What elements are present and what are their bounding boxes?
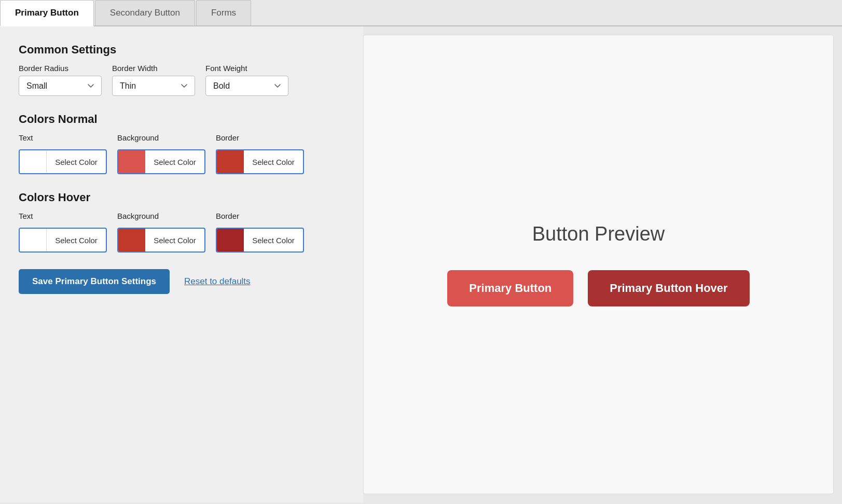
dropdowns-row: Border Radius Small Medium Large None Bo… — [19, 64, 344, 96]
normal-border-select-label: Select Color — [244, 158, 303, 166]
hover-bg-color-btn[interactable]: Select Color — [117, 228, 205, 253]
hover-border-label: Border — [216, 212, 304, 220]
normal-border-swatch — [217, 150, 244, 173]
normal-border-group: Border Select Color — [216, 133, 304, 174]
tab-primary[interactable]: Primary Button — [0, 0, 94, 26]
border-width-group: Border Width Thin Medium Thick None — [112, 64, 195, 96]
normal-bg-label: Background — [117, 133, 205, 142]
normal-bg-group: Background Select Color — [117, 133, 205, 174]
hover-text-select-label: Select Color — [47, 236, 106, 245]
tab-secondary[interactable]: Secondary Button — [95, 0, 195, 25]
common-settings-heading: Common Settings — [19, 43, 344, 57]
hover-text-label: Text — [19, 212, 107, 220]
hover-border-swatch — [217, 229, 244, 251]
normal-bg-swatch — [118, 150, 145, 173]
common-settings-section: Common Settings Border Radius Small Medi… — [19, 43, 344, 96]
preview-primary-button[interactable]: Primary Button — [447, 270, 573, 306]
tabs-bar: Primary Button Secondary Button Forms — [0, 0, 842, 26]
hover-text-swatch — [20, 229, 47, 251]
colors-hover-row: Text Select Color Background Select Colo… — [19, 212, 344, 253]
font-weight-label: Font Weight — [205, 64, 288, 73]
hover-border-color-btn[interactable]: Select Color — [216, 228, 304, 253]
border-radius-label: Border Radius — [19, 64, 102, 73]
preview-panel: Button Preview Primary Button Primary Bu… — [363, 35, 834, 494]
border-radius-group: Border Radius Small Medium Large None — [19, 64, 102, 96]
save-button[interactable]: Save Primary Button Settings — [19, 269, 170, 294]
normal-bg-select-label: Select Color — [145, 158, 204, 166]
preview-primary-hover-button[interactable]: Primary Button Hover — [588, 270, 749, 306]
border-width-label: Border Width — [112, 64, 195, 73]
font-weight-group: Font Weight Normal Bold Light Extra Bold — [205, 64, 288, 96]
preview-title: Button Preview — [532, 223, 665, 245]
hover-border-select-label: Select Color — [244, 236, 303, 245]
font-weight-select[interactable]: Normal Bold Light Extra Bold — [205, 76, 288, 96]
border-radius-select[interactable]: Small Medium Large None — [19, 76, 102, 96]
preview-buttons-row: Primary Button Primary Button Hover — [447, 270, 749, 306]
normal-border-label: Border — [216, 133, 304, 142]
hover-bg-select-label: Select Color — [145, 236, 204, 245]
main-layout: Common Settings Border Radius Small Medi… — [0, 26, 842, 502]
colors-hover-section: Colors Hover Text Select Color Backgroun… — [19, 191, 344, 253]
hover-bg-swatch — [118, 229, 145, 251]
normal-text-color-btn[interactable]: Select Color — [19, 149, 107, 174]
hover-bg-label: Background — [117, 212, 205, 220]
normal-text-group: Text Select Color — [19, 133, 107, 174]
hover-bg-group: Background Select Color — [117, 212, 205, 253]
normal-text-label: Text — [19, 133, 107, 142]
normal-border-color-btn[interactable]: Select Color — [216, 149, 304, 174]
actions-row: Save Primary Button Settings Reset to de… — [19, 269, 344, 294]
normal-text-select-label: Select Color — [47, 158, 106, 166]
normal-text-swatch — [20, 150, 47, 173]
colors-hover-heading: Colors Hover — [19, 191, 344, 204]
border-width-select[interactable]: Thin Medium Thick None — [112, 76, 195, 96]
left-panel: Common Settings Border Radius Small Medi… — [0, 26, 363, 502]
colors-normal-section: Colors Normal Text Select Color Backgrou… — [19, 113, 344, 174]
tab-forms[interactable]: Forms — [196, 0, 251, 25]
hover-text-color-btn[interactable]: Select Color — [19, 228, 107, 253]
colors-normal-row: Text Select Color Background Select Colo… — [19, 133, 344, 174]
reset-button[interactable]: Reset to defaults — [184, 276, 251, 287]
hover-text-group: Text Select Color — [19, 212, 107, 253]
hover-border-group: Border Select Color — [216, 212, 304, 253]
normal-bg-color-btn[interactable]: Select Color — [117, 149, 205, 174]
colors-normal-heading: Colors Normal — [19, 113, 344, 126]
